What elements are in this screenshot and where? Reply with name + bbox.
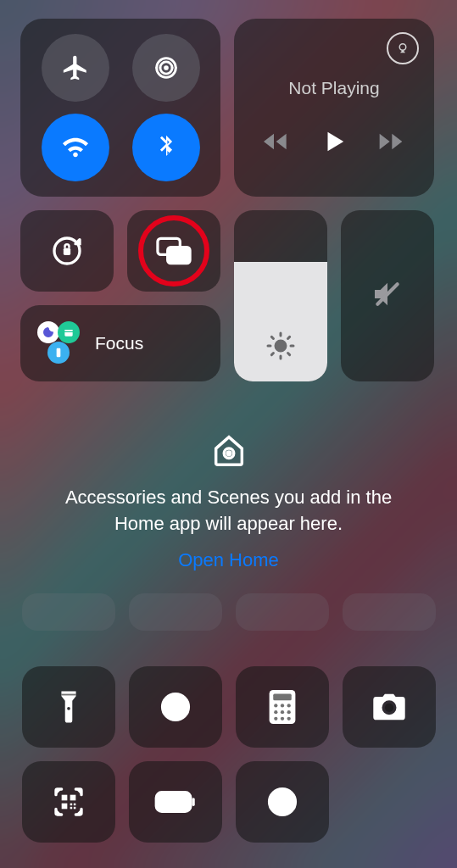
focus-icons-cluster: [36, 320, 83, 367]
svg-rect-5: [168, 248, 190, 264]
svg-rect-25: [70, 794, 75, 800]
home-section: Accessories and Scenes you add in the Ho…: [20, 431, 437, 631]
low-power-button[interactable]: [129, 761, 222, 843]
svg-rect-32: [192, 798, 194, 806]
brightness-slider[interactable]: [234, 210, 327, 381]
svg-point-9: [227, 452, 231, 455]
timer-icon: [159, 690, 192, 724]
volume-muted-icon: [371, 277, 404, 314]
cellular-icon: [152, 53, 181, 82]
svg-point-17: [274, 710, 277, 714]
rewind-button[interactable]: [264, 131, 291, 152]
home-placeholder-card: [343, 593, 436, 631]
svg-point-19: [287, 710, 290, 714]
svg-rect-10: [61, 693, 75, 695]
personal-icon: [47, 342, 70, 364]
airplay-button[interactable]: [387, 32, 419, 64]
svg-point-18: [280, 710, 283, 714]
media-status-text: Not Playing: [234, 78, 434, 98]
home-placeholder-card: [236, 593, 329, 631]
record-icon: [265, 785, 299, 819]
svg-rect-13: [273, 693, 292, 700]
svg-rect-33: [160, 796, 173, 807]
shortcuts-grid: [20, 666, 437, 843]
do-not-disturb-icon: [37, 321, 59, 343]
svg-point-7: [276, 341, 286, 351]
battery-icon: [154, 791, 197, 813]
orientation-lock-icon: [50, 234, 84, 268]
open-home-link[interactable]: Open Home: [20, 549, 437, 571]
sleep-icon: [58, 321, 80, 343]
screen-record-button[interactable]: [236, 761, 329, 843]
focus-button[interactable]: Focus: [20, 305, 220, 381]
fast-forward-button[interactable]: [377, 131, 404, 152]
flashlight-icon: [58, 690, 80, 724]
middle-row: Focus: [20, 210, 437, 381]
home-placeholder-row: [20, 593, 437, 631]
volume-slider[interactable]: [341, 210, 434, 381]
svg-rect-28: [73, 806, 75, 809]
camera-icon: [371, 693, 407, 721]
svg-point-0: [164, 65, 169, 70]
play-button[interactable]: [321, 127, 347, 156]
orientation-lock-button[interactable]: [20, 210, 114, 292]
home-message: Accessories and Scenes you add in the Ho…: [20, 485, 437, 537]
svg-point-14: [274, 704, 277, 707]
camera-button[interactable]: [343, 666, 436, 748]
svg-rect-6: [57, 348, 61, 358]
calculator-icon: [269, 690, 296, 724]
timer-button[interactable]: [129, 666, 222, 748]
svg-point-23: [384, 703, 393, 711]
flashlight-button[interactable]: [22, 666, 115, 748]
svg-rect-26: [61, 803, 67, 809]
home-placeholder-card: [22, 593, 115, 631]
top-row: Not Playing: [20, 19, 437, 197]
home-placeholder-card: [129, 593, 222, 631]
airplane-mode-toggle[interactable]: [42, 34, 109, 102]
cellular-data-toggle[interactable]: [132, 34, 200, 102]
focus-label: Focus: [95, 333, 143, 353]
screen-mirroring-icon: [155, 236, 192, 266]
svg-point-20: [274, 716, 277, 720]
airplay-icon: [395, 41, 410, 56]
wifi-toggle[interactable]: [42, 114, 109, 181]
bluetooth-toggle[interactable]: [132, 114, 200, 181]
svg-point-21: [280, 716, 283, 720]
svg-rect-30: [73, 803, 75, 805]
wifi-icon: [61, 133, 90, 162]
qr-icon: [52, 785, 86, 819]
svg-point-1: [399, 44, 406, 51]
bluetooth-icon: [152, 133, 181, 162]
svg-rect-29: [70, 806, 72, 809]
home-icon: [20, 431, 437, 473]
svg-point-15: [280, 704, 283, 707]
svg-point-22: [287, 716, 290, 720]
svg-rect-27: [70, 803, 72, 805]
svg-point-35: [276, 796, 287, 807]
calculator-button[interactable]: [236, 666, 329, 748]
screen-mirroring-button[interactable]: [127, 210, 220, 292]
svg-rect-24: [61, 794, 67, 800]
qr-scanner-button[interactable]: [22, 761, 115, 843]
brightness-icon: [265, 331, 296, 364]
connectivity-tile[interactable]: [20, 19, 220, 197]
media-controls: [234, 127, 434, 156]
svg-point-16: [287, 704, 290, 707]
media-tile[interactable]: Not Playing: [234, 19, 434, 197]
airplane-icon: [61, 53, 90, 82]
svg-rect-3: [64, 248, 70, 255]
